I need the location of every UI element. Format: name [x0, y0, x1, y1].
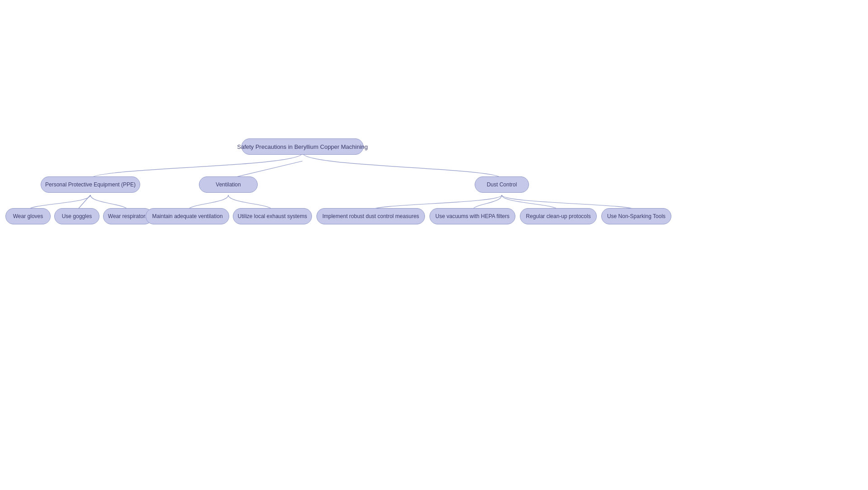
branch-ppe-label: Personal Protective Equipment (PPE): [45, 181, 136, 188]
branch-ventilation-label: Ventilation: [216, 181, 241, 188]
leaf-maintain-ventilation-label: Maintain adequate ventilation: [152, 213, 222, 219]
branch-ventilation: Ventilation: [199, 176, 258, 193]
leaf-maintain-ventilation: Maintain adequate ventilation: [146, 208, 229, 224]
leaf-non-sparking-tools: Use Non-Sparking Tools: [601, 208, 671, 224]
branch-dust-control: Dust Control: [475, 176, 529, 193]
leaf-hepa-vacuums-label: Use vacuums with HEPA filters: [435, 213, 509, 219]
leaf-use-goggles-label: Use goggles: [62, 213, 92, 219]
leaf-cleanup-protocols-label: Regular clean-up protocols: [526, 213, 590, 219]
leaf-robust-dust-label: Implement robust dust control measures: [322, 213, 419, 219]
root-node: Safety Precautions in Beryllium Copper M…: [241, 138, 363, 155]
branch-ppe: Personal Protective Equipment (PPE): [41, 176, 140, 193]
diagram-container: Safety Precautions in Beryllium Copper M…: [0, 0, 868, 490]
leaf-wear-gloves-label: Wear gloves: [13, 213, 43, 219]
leaf-wear-gloves: Wear gloves: [5, 208, 51, 224]
branch-dust-control-label: Dust Control: [487, 181, 517, 188]
leaf-wear-respirators-label: Wear respirators: [108, 213, 148, 219]
leaf-cleanup-protocols: Regular clean-up protocols: [520, 208, 597, 224]
leaf-robust-dust: Implement robust dust control measures: [316, 208, 425, 224]
leaf-use-goggles: Use goggles: [54, 208, 99, 224]
leaf-local-exhaust: Utilize local exhaust systems: [233, 208, 312, 224]
leaf-non-sparking-tools-label: Use Non-Sparking Tools: [607, 213, 665, 219]
leaf-hepa-vacuums: Use vacuums with HEPA filters: [429, 208, 515, 224]
leaf-local-exhaust-label: Utilize local exhaust systems: [238, 213, 307, 219]
root-label: Safety Precautions in Beryllium Copper M…: [237, 143, 368, 150]
